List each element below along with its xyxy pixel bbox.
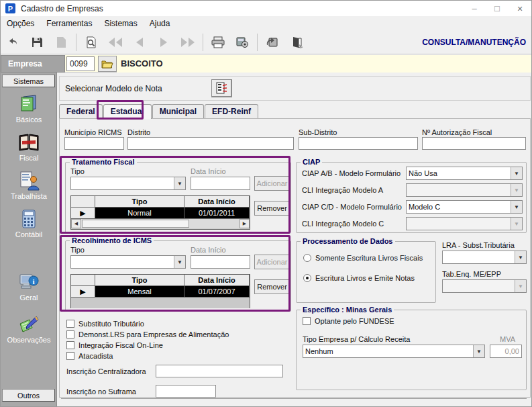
svg-text:i: i xyxy=(32,277,34,285)
menu-ajuda[interactable]: Ajuda xyxy=(144,17,176,30)
ciap-title: CIAP xyxy=(301,158,322,166)
sub-distrito-field[interactable] xyxy=(299,137,418,150)
tab-efd-reinf[interactable]: EFD-Reinf xyxy=(205,104,258,118)
table-row[interactable]: ▶ Normal 01/01/2011 xyxy=(71,208,250,219)
close-button[interactable]: × xyxy=(509,1,531,16)
lra-combo[interactable]: ▼ xyxy=(442,251,527,264)
demonst-lrs-checkbox[interactable]: Demonst.LRS para Empresas de Alimentação xyxy=(66,330,229,338)
sidebar-item-observacoes[interactable]: Observações xyxy=(1,314,57,344)
radio-somente-escritura[interactable]: Somente Escritura Livros Fiscais xyxy=(303,254,423,262)
exit-icon[interactable] xyxy=(284,33,309,52)
checkbox-icon xyxy=(303,317,311,325)
num-autorizacao-label: Nº Autorização Fiscal xyxy=(422,128,492,136)
tratamento-grid[interactable]: Tipo Data Início ▶ Normal 01/01/2011 ◀ ▶ xyxy=(70,195,250,230)
integracao-fiscal-checkbox[interactable]: Integração Fiscal On-Line xyxy=(66,341,163,349)
scroll-thumb[interactable] xyxy=(82,220,189,228)
minimize-button[interactable]: – xyxy=(463,1,486,16)
tab-municipal[interactable]: Municipal xyxy=(152,104,204,118)
last-record-icon xyxy=(176,33,200,52)
worker-doc-icon xyxy=(18,171,40,191)
municipio-ricms-field[interactable] xyxy=(64,137,124,150)
tab-strip: Federal Estadual Municipal EFD-Reinf xyxy=(59,104,259,119)
menu-opcoes[interactable]: Opções xyxy=(1,17,40,30)
chevron-down-icon[interactable]: ▼ xyxy=(515,251,526,263)
num-autorizacao-field[interactable] xyxy=(422,137,526,150)
books-icon xyxy=(18,94,40,114)
chevron-down-icon[interactable]: ▼ xyxy=(511,167,522,179)
scroll-right-icon[interactable]: ▶ xyxy=(240,219,250,228)
atacadista-checkbox[interactable]: Atacadista xyxy=(66,352,113,360)
computer-info-icon: i xyxy=(18,272,40,292)
checkbox-icon xyxy=(66,352,74,360)
radio-selected-icon xyxy=(303,274,311,282)
menu-sistemas[interactable]: Sistemas xyxy=(98,17,143,30)
chevron-down-icon[interactable]: ▼ xyxy=(473,345,484,357)
recolhimento-data-inicio-field[interactable] xyxy=(191,255,250,269)
horizontal-scrollbar[interactable]: ◀ ▶ xyxy=(71,219,250,228)
chevron-down-icon[interactable]: ▼ xyxy=(511,201,522,213)
sidebar-item-contabil[interactable]: Contábil xyxy=(1,209,57,238)
cli-c-combo: ▼ xyxy=(406,217,523,230)
open-folder-button[interactable] xyxy=(98,56,117,72)
recolhimento-grid[interactable]: Tipo Data Início ▶ Mensal 01/07/2007 xyxy=(70,274,250,308)
chevron-down-icon[interactable]: ▼ xyxy=(174,256,185,268)
tab-estadual[interactable]: Estadual xyxy=(103,104,152,119)
recolhimento-remover-button[interactable]: Remover xyxy=(254,279,290,294)
tab-federal[interactable]: Federal xyxy=(59,104,103,118)
title-bar: P Cadastro de Empresas – □ × xyxy=(1,1,531,16)
empresa-name-field[interactable]: BISCOITO xyxy=(117,55,531,73)
row-indicator-icon: ▶ xyxy=(71,208,95,218)
especifico-mg-title: Específico : Minas Gerais xyxy=(301,306,394,314)
undo-icon[interactable] xyxy=(1,33,25,52)
sidebar-item-basicos[interactable]: Básicos xyxy=(1,94,57,124)
menu-ferramentas[interactable]: Ferramentas xyxy=(40,17,98,30)
checkbox-icon xyxy=(66,320,74,328)
sidebar-footer-outros[interactable]: Outros xyxy=(2,389,55,402)
ciap-ab-combo[interactable]: Não Usa ▼ xyxy=(406,167,523,180)
empresa-code-field[interactable]: 0099 xyxy=(66,56,95,71)
chevron-down-icon[interactable]: ▼ xyxy=(174,177,185,189)
tipo-empresa-label: Tipo Empresa p/ Cálculo Receita xyxy=(303,335,410,343)
tipo-empresa-combo[interactable]: Nenhum ▼ xyxy=(303,345,485,358)
table-row[interactable]: ▶ Mensal 01/07/2007 xyxy=(71,286,250,298)
prior-record-icon xyxy=(127,33,152,52)
sidebar-item-label: Observações xyxy=(7,336,51,344)
save-icon[interactable] xyxy=(25,33,49,52)
mva-label: MVA xyxy=(500,335,515,343)
fundese-checkbox[interactable]: Optante pelo FUNDESE xyxy=(303,317,394,325)
preview-icon[interactable] xyxy=(79,33,103,52)
recolhimento-tipo-combo[interactable]: ▼ xyxy=(70,255,186,269)
scroll-left-icon[interactable]: ◀ xyxy=(71,219,81,228)
distrito-field[interactable] xyxy=(127,137,294,150)
tipo-label: Tipo xyxy=(70,167,85,175)
sidebar-item-fiscal[interactable]: Fiscal xyxy=(1,132,57,162)
mva-field: 0,00 xyxy=(490,345,522,358)
nota-panel: Selecionar Modelo de Nota xyxy=(59,76,531,101)
selecionar-modelo-button[interactable] xyxy=(211,79,232,97)
tratamento-remover-button[interactable]: Remover xyxy=(254,201,290,216)
ciap-cd-label: CIAP C/D - Modelo Formulário xyxy=(302,203,402,211)
sidebar-item-trabalhista[interactable]: Trabalhista xyxy=(1,171,57,200)
tratamento-data-inicio-field[interactable] xyxy=(191,177,250,190)
sidebar-header-sistemas[interactable]: Sistemas xyxy=(2,75,55,87)
radio-escritura-emite[interactable]: Escritura Livros e Emite Notas xyxy=(303,274,415,282)
calculator-icon xyxy=(18,209,40,229)
menu-bar: Opções Ferramentas Sistemas Ajuda xyxy=(1,16,531,31)
print-setup-icon[interactable] xyxy=(230,33,254,52)
sidebar-item-label: Fiscal xyxy=(19,154,39,162)
print-icon[interactable] xyxy=(206,33,230,52)
sidebar-item-geral[interactable]: i Geral xyxy=(1,272,57,302)
substituto-tributario-checkbox[interactable]: Substituto Tributário xyxy=(66,320,144,328)
row-indicator-icon: ▶ xyxy=(71,286,95,297)
checkbox-icon xyxy=(66,341,74,349)
next-record-icon xyxy=(152,33,176,52)
inscricao-centralizadora-field[interactable] xyxy=(156,365,283,377)
transfer-icon[interactable] xyxy=(260,33,284,52)
tratamento-tipo-combo[interactable]: ▼ xyxy=(70,177,186,190)
lra-label: LRA - Subst.Tributária xyxy=(442,241,515,249)
distrito-label: Distrito xyxy=(127,128,150,136)
sidebar-item-label: Básicos xyxy=(16,116,42,124)
maximize-button[interactable]: □ xyxy=(486,1,509,16)
inscricao-suframa-field[interactable] xyxy=(156,385,216,398)
ciap-cd-combo[interactable]: Modelo C ▼ xyxy=(406,200,523,214)
